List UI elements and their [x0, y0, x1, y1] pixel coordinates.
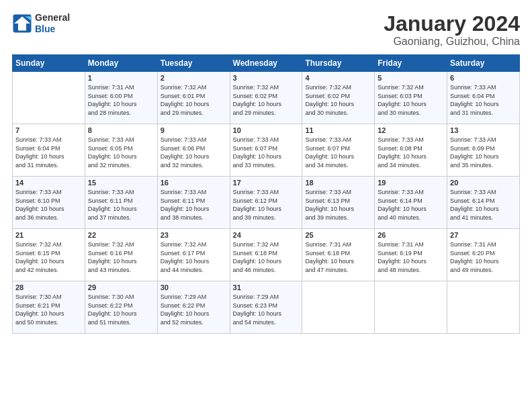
day-info: Sunrise: 7:32 AM Sunset: 6:18 PM Dayligh… — [233, 240, 300, 274]
day-info: Sunrise: 7:33 AM Sunset: 6:05 PM Dayligh… — [88, 136, 154, 169]
day-number: 10 — [233, 126, 300, 134]
day-number: 14 — [15, 179, 82, 187]
calendar-header: Sunday Monday Tuesday Wednesday Thursday… — [13, 55, 520, 72]
day-info: Sunrise: 7:32 AM Sunset: 6:03 PM Dayligh… — [378, 83, 444, 117]
day-number: 12 — [378, 126, 444, 134]
day-info: Sunrise: 7:33 AM Sunset: 6:11 PM Dayligh… — [88, 188, 154, 222]
day-info: Sunrise: 7:32 AM Sunset: 6:17 PM Dayligh… — [161, 240, 227, 274]
day-info: Sunrise: 7:33 AM Sunset: 6:14 PM Dayligh… — [378, 188, 444, 222]
calendar-cell: 11Sunrise: 7:33 AM Sunset: 6:07 PM Dayli… — [302, 124, 375, 177]
day-number: 29 — [88, 283, 154, 291]
day-info: Sunrise: 7:31 AM Sunset: 6:18 PM Dayligh… — [305, 240, 371, 274]
day-number: 25 — [305, 231, 371, 239]
logo-text: General Blue — [35, 12, 70, 35]
calendar-cell: 27Sunrise: 7:31 AM Sunset: 6:20 PM Dayli… — [447, 229, 520, 281]
day-number: 24 — [233, 231, 300, 239]
logo-icon — [12, 13, 32, 34]
day-number: 26 — [378, 231, 444, 239]
day-info: Sunrise: 7:33 AM Sunset: 6:08 PM Dayligh… — [378, 136, 444, 169]
day-info: Sunrise: 7:33 AM Sunset: 6:07 PM Dayligh… — [233, 136, 300, 169]
day-number: 21 — [15, 231, 82, 239]
calendar-cell: 19Sunrise: 7:33 AM Sunset: 6:14 PM Dayli… — [375, 177, 447, 229]
calendar-cell: 17Sunrise: 7:33 AM Sunset: 6:12 PM Dayli… — [230, 177, 302, 229]
header: General Blue January 2024 Gaoniang, Guiz… — [12, 12, 520, 48]
col-tuesday: Tuesday — [157, 55, 230, 72]
day-number: 18 — [305, 179, 371, 187]
day-number: 8 — [88, 126, 154, 134]
day-info: Sunrise: 7:33 AM Sunset: 6:11 PM Dayligh… — [161, 188, 227, 222]
calendar-cell: 9Sunrise: 7:33 AM Sunset: 6:06 PM Daylig… — [157, 124, 230, 177]
calendar-cell: 8Sunrise: 7:33 AM Sunset: 6:05 PM Daylig… — [85, 124, 157, 177]
day-number: 7 — [15, 126, 82, 134]
calendar-cell: 20Sunrise: 7:33 AM Sunset: 6:14 PM Dayli… — [447, 177, 520, 229]
calendar-cell: 2Sunrise: 7:32 AM Sunset: 6:01 PM Daylig… — [157, 72, 230, 124]
day-info: Sunrise: 7:32 AM Sunset: 6:16 PM Dayligh… — [88, 240, 154, 274]
calendar-cell — [447, 281, 520, 334]
calendar-cell: 3Sunrise: 7:32 AM Sunset: 6:02 PM Daylig… — [230, 72, 302, 124]
day-number: 4 — [305, 74, 371, 82]
day-info: Sunrise: 7:33 AM Sunset: 6:10 PM Dayligh… — [15, 188, 82, 222]
calendar-cell: 5Sunrise: 7:32 AM Sunset: 6:03 PM Daylig… — [375, 72, 447, 124]
col-thursday: Thursday — [302, 55, 375, 72]
day-number: 27 — [450, 231, 517, 239]
day-number: 22 — [88, 231, 154, 239]
calendar-cell: 25Sunrise: 7:31 AM Sunset: 6:18 PM Dayli… — [302, 229, 375, 281]
day-number: 31 — [233, 283, 300, 291]
day-number: 3 — [233, 74, 300, 82]
day-number: 11 — [305, 126, 371, 134]
day-info: Sunrise: 7:30 AM Sunset: 6:22 PM Dayligh… — [88, 293, 154, 326]
day-number: 6 — [450, 74, 517, 82]
calendar-cell: 18Sunrise: 7:33 AM Sunset: 6:13 PM Dayli… — [302, 177, 375, 229]
day-number: 28 — [15, 283, 82, 291]
calendar-cell: 15Sunrise: 7:33 AM Sunset: 6:11 PM Dayli… — [85, 177, 157, 229]
day-info: Sunrise: 7:33 AM Sunset: 6:06 PM Dayligh… — [161, 136, 227, 169]
calendar-week-3: 14Sunrise: 7:33 AM Sunset: 6:10 PM Dayli… — [13, 177, 520, 229]
day-number: 5 — [378, 74, 444, 82]
day-info: Sunrise: 7:32 AM Sunset: 6:02 PM Dayligh… — [233, 83, 300, 117]
calendar-cell: 26Sunrise: 7:31 AM Sunset: 6:19 PM Dayli… — [375, 229, 447, 281]
day-number: 30 — [161, 283, 227, 291]
page: General Blue January 2024 Gaoniang, Guiz… — [0, 0, 532, 411]
day-info: Sunrise: 7:31 AM Sunset: 6:00 PM Dayligh… — [88, 83, 154, 117]
calendar-cell: 12Sunrise: 7:33 AM Sunset: 6:08 PM Dayli… — [375, 124, 447, 177]
day-info: Sunrise: 7:33 AM Sunset: 6:04 PM Dayligh… — [450, 83, 517, 117]
calendar-cell — [13, 72, 85, 124]
day-number: 15 — [88, 179, 154, 187]
calendar-cell — [302, 281, 375, 334]
calendar-week-1: 1Sunrise: 7:31 AM Sunset: 6:00 PM Daylig… — [13, 72, 520, 124]
calendar-cell: 10Sunrise: 7:33 AM Sunset: 6:07 PM Dayli… — [230, 124, 302, 177]
day-info: Sunrise: 7:30 AM Sunset: 6:21 PM Dayligh… — [15, 293, 82, 326]
logo: General Blue — [12, 12, 70, 35]
col-saturday: Saturday — [447, 55, 520, 72]
calendar-cell: 22Sunrise: 7:32 AM Sunset: 6:16 PM Dayli… — [85, 229, 157, 281]
day-info: Sunrise: 7:29 AM Sunset: 6:22 PM Dayligh… — [161, 293, 227, 326]
sub-title: Gaoniang, Guizhou, China — [384, 36, 520, 48]
day-info: Sunrise: 7:33 AM Sunset: 6:04 PM Dayligh… — [15, 136, 82, 169]
calendar-cell: 29Sunrise: 7:30 AM Sunset: 6:22 PM Dayli… — [85, 281, 157, 334]
calendar-cell: 13Sunrise: 7:33 AM Sunset: 6:09 PM Dayli… — [447, 124, 520, 177]
calendar-week-5: 28Sunrise: 7:30 AM Sunset: 6:21 PM Dayli… — [13, 281, 520, 334]
day-number: 23 — [161, 231, 227, 239]
day-number: 2 — [161, 74, 227, 82]
calendar-cell: 31Sunrise: 7:29 AM Sunset: 6:23 PM Dayli… — [230, 281, 302, 334]
calendar-cell: 21Sunrise: 7:32 AM Sunset: 6:15 PM Dayli… — [13, 229, 85, 281]
calendar-cell: 14Sunrise: 7:33 AM Sunset: 6:10 PM Dayli… — [13, 177, 85, 229]
col-sunday: Sunday — [13, 55, 85, 72]
calendar-cell: 30Sunrise: 7:29 AM Sunset: 6:22 PM Dayli… — [157, 281, 230, 334]
day-info: Sunrise: 7:31 AM Sunset: 6:19 PM Dayligh… — [378, 240, 444, 274]
calendar-cell: 28Sunrise: 7:30 AM Sunset: 6:21 PM Dayli… — [13, 281, 85, 334]
col-wednesday: Wednesday — [230, 55, 302, 72]
main-title: January 2024 — [384, 12, 520, 36]
calendar-body: 1Sunrise: 7:31 AM Sunset: 6:00 PM Daylig… — [13, 72, 520, 334]
day-info: Sunrise: 7:33 AM Sunset: 6:13 PM Dayligh… — [305, 188, 371, 222]
title-block: January 2024 Gaoniang, Guizhou, China — [384, 12, 520, 48]
calendar-week-4: 21Sunrise: 7:32 AM Sunset: 6:15 PM Dayli… — [13, 229, 520, 281]
day-info: Sunrise: 7:29 AM Sunset: 6:23 PM Dayligh… — [233, 293, 300, 326]
day-info: Sunrise: 7:33 AM Sunset: 6:09 PM Dayligh… — [450, 136, 517, 169]
col-monday: Monday — [85, 55, 157, 72]
calendar-cell: 23Sunrise: 7:32 AM Sunset: 6:17 PM Dayli… — [157, 229, 230, 281]
day-info: Sunrise: 7:32 AM Sunset: 6:15 PM Dayligh… — [15, 240, 82, 274]
day-info: Sunrise: 7:32 AM Sunset: 6:02 PM Dayligh… — [305, 83, 371, 117]
day-number: 16 — [161, 179, 227, 187]
calendar-cell: 4Sunrise: 7:32 AM Sunset: 6:02 PM Daylig… — [302, 72, 375, 124]
